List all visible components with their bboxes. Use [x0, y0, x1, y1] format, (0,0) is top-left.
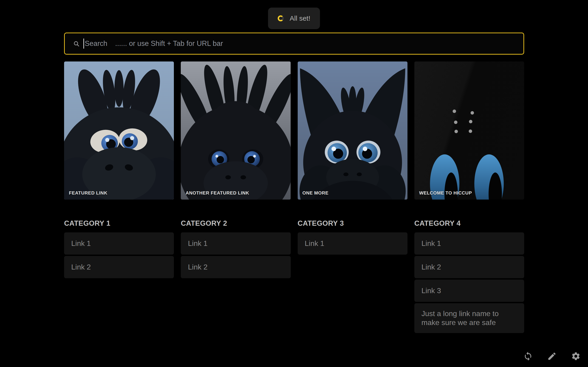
link-item[interactable]: Link 2	[64, 256, 174, 278]
status-toast: All set!	[268, 8, 320, 29]
link-item[interactable]: Link 1	[64, 232, 174, 255]
dark-eyes-art	[414, 61, 524, 200]
settings-icon	[571, 351, 581, 361]
category-column-1: CATEGORY 1 Link 1 Link 2	[64, 220, 174, 278]
text-caret	[83, 39, 84, 49]
search-placeholder-hint: ...... or use Shift + Tab for URL bar	[115, 40, 223, 48]
featured-card-label: ANOTHER FEATURED LINK	[186, 190, 249, 196]
featured-card-label: WELCOME TO HICCUP	[419, 190, 472, 196]
category-column-4: CATEGORY 4 Link 1 Link 2 Link 3 Just a l…	[414, 220, 524, 333]
link-item[interactable]: Link 2	[414, 256, 524, 278]
edit-icon	[547, 351, 557, 361]
start-page: All set! Search ...... or use Shift + Ta…	[0, 0, 588, 367]
footer-toolbar	[523, 351, 581, 361]
link-item[interactable]: Link 1	[414, 232, 524, 255]
link-item[interactable]: Link 3	[414, 280, 524, 302]
category-title: CATEGORY 4	[414, 220, 524, 227]
link-item[interactable]: Link 1	[181, 232, 291, 255]
category-title: CATEGORY 1	[64, 220, 174, 227]
link-item[interactable]: Link 2	[181, 256, 291, 278]
featured-card-label: FEATURED LINK	[69, 190, 107, 196]
link-item[interactable]: Just a long link name to make sure we ar…	[414, 303, 524, 333]
search-input[interactable]: Search ...... or use Shift + Tab for URL…	[64, 33, 524, 55]
category-column-3: CATEGORY 3 Link 1	[298, 220, 407, 255]
featured-card-2[interactable]: ANOTHER FEATURED LINK	[181, 61, 291, 200]
dragon-portrait-art	[181, 61, 291, 200]
featured-card-4[interactable]: WELCOME TO HICCUP	[414, 61, 524, 200]
dragon-portrait-art	[298, 61, 407, 200]
category-column-2: CATEGORY 2 Link 1 Link 2	[181, 220, 291, 278]
link-item[interactable]: Link 1	[298, 232, 407, 255]
refresh-icon	[523, 351, 533, 361]
settings-button[interactable]	[571, 351, 581, 361]
dragon-portrait-art	[64, 61, 174, 200]
category-title: CATEGORY 2	[181, 220, 291, 227]
categories-grid: CATEGORY 1 Link 1 Link 2 CATEGORY 2 Link…	[64, 220, 524, 333]
featured-card-1[interactable]: FEATURED LINK	[64, 61, 174, 200]
toast-label: All set!	[290, 15, 310, 22]
category-title: CATEGORY 3	[298, 220, 407, 227]
search-icon	[73, 41, 79, 47]
featured-card-label: ONE MORE	[303, 190, 329, 196]
featured-card-3[interactable]: ONE MORE	[298, 61, 407, 200]
search-placeholder: Search	[85, 40, 107, 48]
edit-button[interactable]	[547, 351, 557, 361]
featured-links-row: FEATURED LINK	[64, 61, 524, 200]
refresh-button[interactable]	[523, 351, 533, 361]
c-ring-icon	[278, 15, 284, 21]
